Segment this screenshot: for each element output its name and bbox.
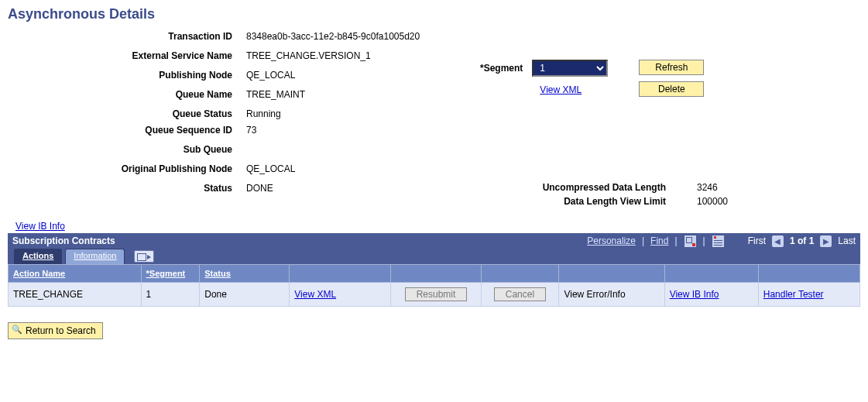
grid-find-link[interactable]: Find (650, 235, 668, 246)
search-icon (12, 325, 22, 336)
value-publishing-node: QE_LOCAL (246, 70, 295, 81)
row-resubmit-button[interactable]: Resubmit (405, 287, 468, 301)
show-all-columns-icon[interactable] (134, 250, 154, 263)
label-data-length-view-limit: Data Length View Limit (480, 196, 697, 207)
col-status[interactable]: Status (200, 265, 290, 283)
grid-title: Subscription Contracts (12, 235, 115, 246)
value-data-length-view-limit: 100000 (697, 196, 728, 207)
grid-personalize-link[interactable]: Personalize (587, 235, 636, 246)
value-transaction-id: 8348ea0b-3acc-11e2-b845-9c0fa1005d20 (246, 31, 420, 42)
col-segment[interactable]: *Segment (141, 265, 200, 283)
col-blank-2 (391, 265, 481, 283)
grid-counter: 1 of 1 (790, 235, 814, 246)
label-transaction-id: Transaction ID (8, 31, 246, 42)
value-queue-name: TREE_MAINT (246, 89, 305, 100)
label-original-publishing-node: Original Publishing Node (8, 163, 246, 174)
grid-prev-button[interactable]: ◀ (772, 235, 784, 247)
grid-next-button[interactable]: ▶ (820, 235, 832, 247)
cell-status: Done (200, 283, 290, 307)
label-uncompressed-data-length: Uncompressed Data Length (480, 182, 697, 193)
value-queue-sequence-id: 73 (246, 125, 256, 136)
segment-select[interactable]: 1 (532, 60, 608, 77)
value-original-publishing-node: QE_LOCAL (246, 163, 295, 174)
cell-segment: 1 (141, 283, 200, 307)
value-queue-status: Running (246, 108, 281, 119)
return-to-search-button[interactable]: Return to Search (8, 322, 103, 339)
col-blank-6 (758, 265, 859, 283)
col-blank-4 (559, 265, 664, 283)
view-xml-link[interactable]: View XML (540, 84, 582, 95)
refresh-button[interactable]: Refresh (639, 60, 704, 75)
zoom-icon[interactable] (684, 235, 697, 248)
row-handler-tester-link[interactable]: Handler Tester (763, 289, 824, 300)
cell-view-error-info: View Error/Info (559, 283, 664, 307)
label-queue-name: Queue Name (8, 89, 246, 100)
col-blank-3 (481, 265, 559, 283)
col-action-name[interactable]: Action Name (9, 265, 142, 283)
grid-first-label: First (748, 235, 766, 246)
cell-action-name: TREE_CHANGE (9, 283, 142, 307)
label-status: Status (8, 183, 246, 194)
grid-last-label: Last (838, 235, 856, 246)
label-external-service-name: External Service Name (8, 50, 246, 61)
table-row: TREE_CHANGE 1 Done View XML Resubmit Can… (9, 283, 860, 307)
value-uncompressed-data-length: 3246 (697, 182, 718, 193)
tab-actions[interactable]: Actions (14, 249, 62, 264)
label-segment: *Segment (480, 60, 523, 74)
delete-button[interactable]: Delete (639, 81, 704, 97)
value-status: DONE (246, 183, 273, 194)
value-external-service-name: TREE_CHANGE.VERSION_1 (246, 50, 371, 61)
row-view-ib-info-link[interactable]: View IB Info (670, 289, 719, 300)
download-icon[interactable] (712, 235, 725, 248)
label-sub-queue: Sub Queue (8, 144, 246, 155)
tab-information[interactable]: Information (65, 249, 125, 264)
page-title: Asynchronous Details (8, 6, 860, 22)
col-blank-5 (664, 265, 758, 283)
label-publishing-node: Publishing Node (8, 70, 246, 81)
label-queue-status: Queue Status (8, 108, 246, 119)
col-blank-1 (290, 265, 391, 283)
label-queue-sequence-id: Queue Sequence ID (8, 125, 246, 136)
row-view-xml-link[interactable]: View XML (294, 289, 336, 300)
view-ib-info-link[interactable]: View IB Info (15, 221, 65, 232)
row-cancel-button[interactable]: Cancel (494, 287, 546, 301)
